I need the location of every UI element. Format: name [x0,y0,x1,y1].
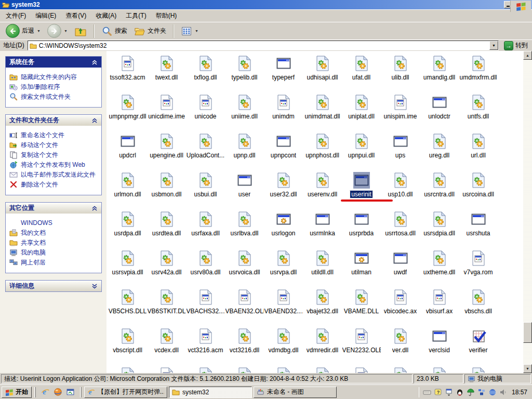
go-button[interactable]: → 转到 [502,41,530,51]
address-dropdown-button[interactable]: ▼ [489,41,498,50]
file-item[interactable]: usrsvpia.dll [108,248,147,287]
file-item[interactable]: user [225,170,264,209]
file-item[interactable]: ureg.dll [420,131,459,170]
file-item[interactable] [381,365,420,373]
menu-item[interactable]: 收藏(A) [91,9,121,22]
place-link[interactable]: 我的电脑 [9,249,99,257]
file-item[interactable]: ufat.dll [342,54,381,92]
file-item[interactable]: typelib.dll [225,54,264,92]
start-button[interactable]: 开始 [2,387,32,398]
file-item[interactable]: VBAEND32.... [264,287,303,326]
file-item[interactable]: txflog.dll [186,54,225,92]
file-item[interactable]: upnphost.dll [303,131,342,170]
file-item[interactable]: uxtheme.dll [420,248,459,287]
file-item[interactable]: upnp.dll [225,131,264,170]
file-item[interactable]: usrfaxa.dll [186,209,225,248]
task-link[interactable]: 搜索文件或文件夹 [9,93,99,101]
file-item[interactable]: usrv80a.dll [186,248,225,287]
task-link[interactable]: 将这个文件发布到 Web [9,161,99,169]
file-item[interactable]: usrlbva.dll [225,209,264,248]
file-item[interactable]: usrsdpia.dll [420,209,459,248]
file-item[interactable]: usbui.dll [186,170,225,209]
views-dropdown-icon[interactable]: ▼ [195,29,198,33]
file-item[interactable]: usrv42a.dll [147,248,186,287]
sphere-quicklaunch-icon[interactable] [54,388,62,396]
scrollbar-thumb[interactable] [523,322,532,343]
file-item[interactable] [186,365,225,373]
file-item[interactable]: verifier [459,326,498,365]
file-item[interactable]: untfs.dll [459,92,498,131]
file-item[interactable]: vct3216.dll [225,326,264,365]
task-link[interactable]: 删除这个文件 [9,181,99,189]
task-link[interactable]: 复制这个文件 [9,151,99,159]
search-button[interactable]: 搜索 [99,24,130,38]
file-item[interactable]: updcrl [108,131,147,170]
ie-quicklaunch-icon[interactable] [41,388,50,396]
file-item[interactable]: vdmredir.dll [303,326,342,365]
file-item[interactable]: vct3216.acm [186,326,225,365]
file-item[interactable]: usrdpa.dll [108,209,147,248]
file-item[interactable]: vbicodec.ax [381,287,420,326]
globe-tray-icon[interactable] [488,388,497,396]
file-item[interactable]: usrcntra.dll [420,170,459,209]
file-item[interactable]: upnpcont [264,131,303,170]
place-link[interactable]: 共享文档 [9,239,99,247]
file-item[interactable]: umdmxfrm.dll [459,54,498,92]
collapse-chevron-icon[interactable] [91,205,98,211]
file-item[interactable]: usp10.dll [381,170,420,209]
file-item[interactable]: VBAEN32.OLB [225,287,264,326]
forward-button[interactable]: ▼ [45,22,70,39]
task-link[interactable]: 隐藏此文件夹的内容 [9,73,99,81]
file-item[interactable] [342,365,381,373]
place-link[interactable]: WINDOWS [9,219,99,227]
file-item[interactable] [264,365,303,373]
file-item[interactable]: upnpui.dll [342,131,381,170]
file-item[interactable]: umpnpmgr.dll [108,92,147,131]
up-button[interactable] [72,23,89,39]
speaker-tray-icon[interactable] [499,388,508,396]
file-item[interactable]: UploadCont... [186,131,225,170]
file-item[interactable]: user32.dll [264,170,303,209]
file-item[interactable]: unicode [186,92,225,131]
file-item[interactable]: utilman [342,248,381,287]
file-item[interactable]: userinit [342,170,381,209]
file-item[interactable]: udhisapi.dll [303,54,342,92]
file-item[interactable]: urlmon.dll [108,170,147,209]
task-link[interactable]: 移动这个文件 [9,141,99,149]
file-item[interactable]: upengine.dll [147,131,186,170]
file-item[interactable]: unispim.ime [381,92,420,131]
file-item[interactable]: ver.dll [381,326,420,365]
file-item[interactable]: usrvpa.dll [264,248,303,287]
place-link[interactable]: 网上邻居 [9,259,99,267]
file-item[interactable]: VBACHS32.... [186,287,225,326]
expand-chevron-icon[interactable] [91,283,98,289]
file-item[interactable]: typeperf [264,54,303,92]
file-item[interactable]: vbajet32.dll [303,287,342,326]
file-item[interactable]: usrcoina.dll [459,170,498,209]
menu-item[interactable]: 工具(T) [121,9,151,22]
task-link[interactable]: 重命名这个文件 [9,131,99,139]
file-item[interactable]: usrmlnka [303,209,342,248]
file-item[interactable]: usrdtea.dll [147,209,186,248]
file-item[interactable]: usbmon.dll [147,170,186,209]
file-item[interactable]: uwdf [381,248,420,287]
file-item[interactable] [225,365,264,373]
details-header[interactable]: 详细信息 [6,281,101,291]
file-item[interactable] [147,365,186,373]
task-button[interactable]: 未命名 - 画图 [254,387,337,398]
system-tasks-header[interactable]: 系统任务 [6,57,101,68]
task-button[interactable]: system32 [169,387,252,398]
collapse-chevron-icon[interactable] [91,117,98,124]
file-item[interactable]: tssoft32.acm [108,54,147,92]
help-tray-icon[interactable] [434,388,442,396]
file-item[interactable]: unimdmat.dll [303,92,342,131]
forward-dropdown-icon[interactable]: ▼ [64,29,68,33]
umbrella-tray-icon[interactable] [467,388,475,396]
file-item[interactable]: usrrtosa.dll [381,209,420,248]
file-item[interactable]: umandlg.dll [420,54,459,92]
file-item[interactable]: usrlogon [264,209,303,248]
file-item[interactable]: ulib.dll [381,54,420,92]
file-item[interactable]: unicdime.ime [147,92,186,131]
file-item[interactable]: vbisurf.ax [420,287,459,326]
keyboard-tray-icon[interactable] [423,388,431,396]
